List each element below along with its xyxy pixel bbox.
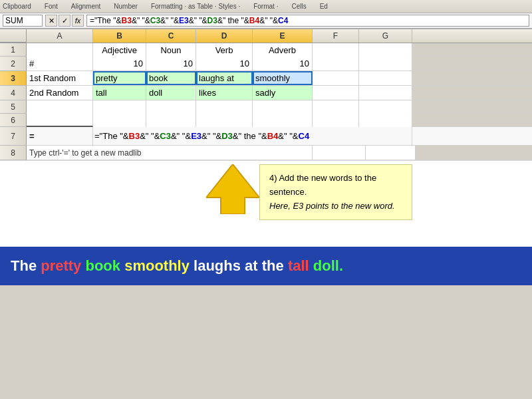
row-headers: 1 2 3 4 5 6 7 8 [0, 43, 27, 160]
cell-e4[interactable]: sadly [253, 86, 313, 100]
spreadsheet-body: 1 2 3 4 5 6 7 8 Adjective Noun Verb Adve… [0, 43, 532, 160]
col-header-e[interactable]: E [253, 29, 313, 43]
cell-e3[interactable]: smoothly [253, 71, 313, 85]
name-box[interactable]: SUM [3, 15, 43, 27]
cell-a5[interactable] [27, 100, 93, 114]
table-row: Adjective Noun Verb Adverb [27, 43, 532, 57]
cell-formula-b7[interactable]: ="The "&B3&" "&C3&" "&E3&" "&D3&" the "&… [93, 127, 412, 145]
cell-b3[interactable]: pretty [93, 71, 146, 85]
row-header-3[interactable]: 3 [0, 71, 27, 86]
cell-c5[interactable] [146, 100, 196, 114]
sentence-word-pretty: pretty [41, 257, 85, 274]
cell-d2[interactable]: 10 [196, 57, 253, 70]
table-row: 1st Random pretty book laughs at smoothl… [27, 71, 532, 86]
sentence-word-tall: tall [288, 257, 313, 274]
cell-e6[interactable] [253, 114, 313, 127]
sentence-bar: The pretty book smoothly laughs at the t… [0, 247, 532, 285]
callout-area: 4) Add the new words to the sentence. He… [0, 160, 532, 247]
cell-c3[interactable]: book [146, 71, 196, 85]
cell-d3[interactable]: laughs at [196, 71, 253, 85]
row-header-5[interactable]: 5 [0, 100, 27, 114]
col-header-d[interactable]: D [196, 29, 253, 43]
cell-g6[interactable] [359, 114, 412, 127]
cancel-formula-btn[interactable]: ✕ [45, 15, 57, 27]
table-row: 2nd Random tall doll likes sadly [27, 86, 532, 100]
col-header-f[interactable]: F [313, 29, 359, 43]
cell-e2[interactable]: 10 [253, 57, 313, 70]
table-row [27, 114, 532, 127]
corner-cell [0, 29, 27, 43]
cell-g2[interactable] [359, 57, 412, 70]
cell-b6[interactable] [93, 114, 146, 127]
yellow-arrow-icon [206, 164, 259, 214]
col-header-c[interactable]: C [146, 29, 196, 43]
row-header-4[interactable]: 4 [0, 86, 27, 100]
grid: Adjective Noun Verb Adverb # 10 10 10 10… [27, 43, 532, 160]
row-header-6[interactable]: 6 [0, 114, 27, 127]
cell-b2[interactable]: 10 [93, 57, 146, 70]
cell-c6[interactable] [146, 114, 196, 127]
confirm-formula-btn[interactable]: ✓ [59, 15, 70, 27]
cell-d1[interactable]: Verb [196, 43, 253, 57]
cell-f2[interactable] [313, 57, 359, 70]
ribbon-tab-format[interactable]: Format · [253, 3, 278, 10]
table-row: Type ctrl-'=' to get a new madlib [27, 146, 532, 160]
sentence-word-doll: doll. [313, 257, 343, 274]
cell-g5[interactable] [359, 100, 412, 114]
col-header-g[interactable]: G [359, 29, 412, 43]
cell-f3[interactable] [313, 71, 359, 85]
ribbon-tab-number[interactable]: Number [114, 3, 138, 10]
cell-g1[interactable] [359, 43, 412, 57]
cell-f5[interactable] [313, 100, 359, 114]
cell-a8[interactable]: Type ctrl-'=' to get a new madlib [27, 146, 313, 160]
formula-input[interactable]: ="The "&B3&" "&C3&" "&E3&" "&D3&" the "&… [86, 15, 529, 27]
cell-g3[interactable] [359, 71, 412, 85]
sentence-word-the2: the [262, 257, 288, 274]
cell-f6[interactable] [313, 114, 359, 127]
cell-e1[interactable]: Adverb [253, 43, 313, 57]
cell-a4[interactable]: 2nd Random [27, 86, 93, 100]
cell-c1[interactable]: Noun [146, 43, 196, 57]
cell-g4[interactable] [359, 86, 412, 100]
table-row: = ="The "&B3&" "&C3&" "&E3&" "&D3&" the … [27, 127, 532, 146]
sentence-display: The pretty book smoothly laughs at the t… [11, 257, 343, 276]
cell-a1[interactable] [27, 43, 93, 57]
ribbon-tab-alignment[interactable]: Alignment [71, 3, 100, 10]
callout-step: 4) Add the new words to the sentence. [269, 172, 402, 200]
cell-c2[interactable]: 10 [146, 57, 196, 70]
callout-note: Here, E3 points to the new word. [269, 200, 402, 213]
cell-d4[interactable]: likes [196, 86, 253, 100]
row-header-8[interactable]: 8 [0, 146, 27, 160]
cell-c8[interactable] [366, 146, 416, 160]
cell-c4[interactable]: doll [146, 86, 196, 100]
row-header-7[interactable]: 7 [0, 127, 27, 146]
row-header-1[interactable]: 1 [0, 43, 27, 57]
spreadsheet: A B C D E F G 1 2 3 4 5 6 7 8 Adjective … [0, 29, 532, 160]
cell-b4[interactable]: tall [93, 86, 146, 100]
cell-b1[interactable]: Adjective [93, 43, 146, 57]
insert-function-btn[interactable]: fx [72, 15, 84, 27]
row-header-2[interactable]: 2 [0, 57, 27, 71]
cell-a7[interactable]: = [27, 127, 93, 145]
ribbon-tab-styles[interactable]: Formatting · as Table · Styles · [151, 3, 240, 10]
cell-b8[interactable] [313, 146, 366, 160]
ribbon-tab-ed[interactable]: Ed [320, 3, 328, 10]
column-headers: A B C D E F G [0, 29, 532, 43]
cell-a2[interactable]: # [27, 57, 93, 70]
ribbon-tab-font[interactable]: Font [45, 3, 58, 10]
col-header-b[interactable]: B [93, 29, 146, 43]
cell-f1[interactable] [313, 43, 359, 57]
ribbon-tab-cells[interactable]: Cells [291, 3, 306, 10]
cell-f4[interactable] [313, 86, 359, 100]
ribbon: Clipboard Font Alignment Number Formatti… [0, 0, 532, 13]
ribbon-tab-clipboard[interactable]: Clipboard [3, 3, 31, 10]
callout-box: 4) Add the new words to the sentence. He… [259, 164, 412, 220]
sentence-word-the: The [11, 257, 41, 274]
cell-d5[interactable] [196, 100, 253, 114]
cell-d6[interactable] [196, 114, 253, 127]
cell-e5[interactable] [253, 100, 313, 114]
col-header-a[interactable]: A [27, 29, 93, 43]
cell-a6[interactable] [27, 114, 93, 127]
cell-b5[interactable] [93, 100, 146, 114]
cell-a3[interactable]: 1st Random [27, 71, 93, 85]
